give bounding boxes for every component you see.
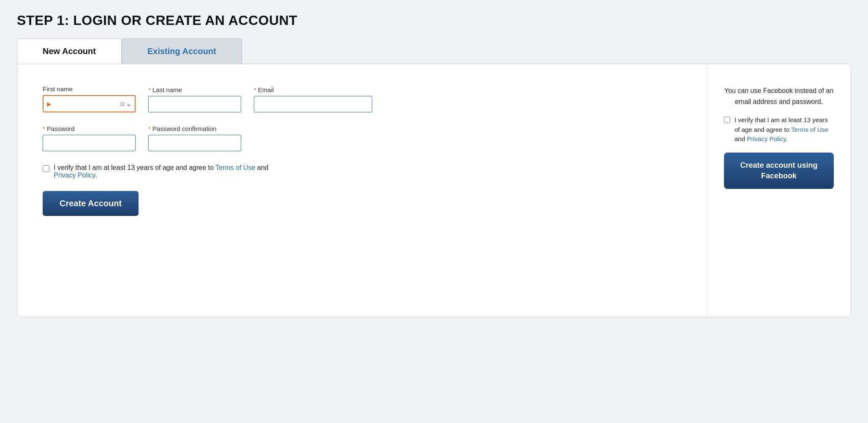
facebook-agree-row: I verify that I am at least 13 years of … xyxy=(724,115,834,144)
form-section: First name ▶ ☺⌄ *Last name *Email xyxy=(17,64,707,317)
facebook-agree-checkbox[interactable] xyxy=(724,117,730,123)
terms-of-use-link[interactable]: Terms of Use xyxy=(215,164,255,171)
password-label: *Password xyxy=(43,125,136,132)
fields-row-2: *Password *Password confirmation xyxy=(43,125,681,151)
password-group: *Password xyxy=(43,125,136,151)
first-name-group: First name ▶ ☺⌄ xyxy=(43,85,136,112)
last-name-required: * xyxy=(148,86,151,93)
password-confirm-group: *Password confirmation xyxy=(148,125,241,151)
agree-text: I verify that I am at least 13 years of … xyxy=(54,164,268,179)
tab-existing-account[interactable]: Existing Account xyxy=(122,38,242,64)
last-name-label: *Last name xyxy=(148,86,241,93)
first-name-label: First name xyxy=(43,85,136,93)
agree-row: I verify that I am at least 13 years of … xyxy=(43,164,317,179)
password-input[interactable] xyxy=(43,135,136,151)
page-title: STEP 1: LOGIN OR CREATE AN ACCOUNT xyxy=(17,13,851,28)
facebook-description: You can use Facebook instead of an email… xyxy=(724,85,834,107)
first-name-input-wrap: ▶ ☺⌄ xyxy=(43,95,136,112)
privacy-policy-link[interactable]: Privacy Policy xyxy=(54,172,95,179)
facebook-terms-link[interactable]: Terms of Use xyxy=(791,126,828,133)
email-group: *Email xyxy=(254,86,372,112)
tabs-container: New Account Existing Account xyxy=(17,38,851,64)
email-required: * xyxy=(254,86,256,93)
email-input[interactable] xyxy=(254,96,372,112)
fields-row-1: First name ▶ ☺⌄ *Last name *Email xyxy=(43,85,681,112)
email-label: *Email xyxy=(254,86,372,93)
main-panel: First name ▶ ☺⌄ *Last name *Email xyxy=(17,64,851,317)
password-required: * xyxy=(43,125,45,132)
create-facebook-button[interactable]: Create account using Facebook xyxy=(724,153,834,189)
password-confirm-label: *Password confirmation xyxy=(148,125,241,132)
password-confirm-input[interactable] xyxy=(148,135,241,151)
facebook-privacy-link[interactable]: Privacy Policy xyxy=(747,135,786,142)
facebook-section: You can use Facebook instead of an email… xyxy=(707,64,851,317)
create-account-button[interactable]: Create Account xyxy=(43,191,139,216)
tab-new-account[interactable]: New Account xyxy=(17,38,122,64)
agree-checkbox[interactable] xyxy=(43,165,49,172)
last-name-group: *Last name xyxy=(148,86,241,112)
facebook-agree-text: I verify that I am at least 13 years of … xyxy=(735,115,834,144)
last-name-input[interactable] xyxy=(148,96,241,112)
password-confirm-required: * xyxy=(148,125,151,132)
avatar-dropdown[interactable]: ☺⌄ xyxy=(119,100,131,108)
